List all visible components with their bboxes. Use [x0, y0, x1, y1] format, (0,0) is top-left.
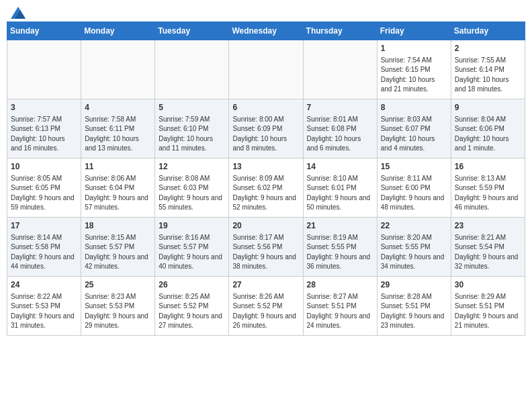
- calendar-cell: 1Sunrise: 7:54 AM Sunset: 6:15 PM Daylig…: [377, 40, 451, 99]
- calendar-day-header: Friday: [377, 22, 451, 40]
- day-number: 23: [455, 220, 521, 232]
- day-number: 1: [381, 43, 447, 54]
- day-number: 14: [307, 161, 373, 173]
- day-info: Sunrise: 7:57 AM Sunset: 6:13 PM Dayligh…: [11, 115, 77, 154]
- calendar-cell: 24Sunrise: 8:22 AM Sunset: 5:53 PM Dayli…: [7, 277, 81, 336]
- calendar-day-header: Thursday: [303, 22, 377, 40]
- day-number: 11: [85, 161, 151, 173]
- day-number: 20: [232, 220, 299, 232]
- day-info: Sunrise: 7:55 AM Sunset: 6:14 PM Dayligh…: [455, 56, 521, 95]
- calendar-day-header: Sunday: [7, 22, 81, 40]
- day-number: 24: [11, 279, 77, 291]
- day-info: Sunrise: 7:59 AM Sunset: 6:10 PM Dayligh…: [159, 115, 225, 154]
- day-number: 13: [232, 161, 299, 173]
- day-info: Sunrise: 8:22 AM Sunset: 5:53 PM Dayligh…: [11, 292, 77, 331]
- day-number: 15: [381, 161, 447, 173]
- day-info: Sunrise: 8:28 AM Sunset: 5:51 PM Dayligh…: [381, 292, 447, 331]
- calendar-cell: 19Sunrise: 8:16 AM Sunset: 5:57 PM Dayli…: [155, 218, 229, 277]
- calendar-cell: 7Sunrise: 8:01 AM Sunset: 6:08 PM Daylig…: [303, 99, 377, 158]
- day-info: Sunrise: 8:23 AM Sunset: 5:53 PM Dayligh…: [85, 292, 151, 331]
- day-number: 17: [11, 220, 77, 232]
- day-number: 16: [455, 161, 521, 173]
- day-info: Sunrise: 8:09 AM Sunset: 6:02 PM Dayligh…: [232, 174, 299, 213]
- day-number: 22: [381, 220, 447, 232]
- day-info: Sunrise: 8:20 AM Sunset: 5:55 PM Dayligh…: [381, 233, 447, 272]
- calendar-cell: [303, 40, 377, 99]
- calendar-cell: 14Sunrise: 8:10 AM Sunset: 6:01 PM Dayli…: [303, 158, 377, 218]
- day-number: 8: [381, 102, 447, 113]
- day-info: Sunrise: 8:27 AM Sunset: 5:51 PM Dayligh…: [307, 292, 373, 331]
- calendar-cell: [155, 40, 229, 99]
- day-number: 5: [159, 102, 225, 113]
- day-info: Sunrise: 8:06 AM Sunset: 6:04 PM Dayligh…: [85, 174, 151, 213]
- day-number: 19: [159, 220, 225, 232]
- calendar-cell: 26Sunrise: 8:25 AM Sunset: 5:52 PM Dayli…: [155, 277, 229, 336]
- day-number: 3: [11, 102, 77, 113]
- day-info: Sunrise: 8:10 AM Sunset: 6:01 PM Dayligh…: [307, 174, 373, 213]
- calendar-cell: 29Sunrise: 8:28 AM Sunset: 5:51 PM Dayli…: [377, 277, 451, 336]
- day-number: 9: [455, 102, 521, 113]
- day-info: Sunrise: 8:14 AM Sunset: 5:58 PM Dayligh…: [11, 233, 77, 272]
- calendar-day-header: Tuesday: [155, 22, 229, 40]
- day-info: Sunrise: 7:58 AM Sunset: 6:11 PM Dayligh…: [85, 115, 151, 154]
- calendar-cell: [229, 40, 303, 99]
- calendar-cell: 17Sunrise: 8:14 AM Sunset: 5:58 PM Dayli…: [7, 218, 81, 277]
- day-info: Sunrise: 8:15 AM Sunset: 5:57 PM Dayligh…: [85, 233, 151, 272]
- day-info: Sunrise: 8:25 AM Sunset: 5:52 PM Dayligh…: [159, 292, 225, 331]
- day-info: Sunrise: 8:03 AM Sunset: 6:07 PM Dayligh…: [381, 115, 447, 154]
- calendar-cell: 9Sunrise: 8:04 AM Sunset: 6:06 PM Daylig…: [451, 99, 525, 158]
- day-number: 29: [381, 279, 447, 291]
- day-info: Sunrise: 8:01 AM Sunset: 6:08 PM Dayligh…: [307, 115, 373, 154]
- calendar-cell: 3Sunrise: 7:57 AM Sunset: 6:13 PM Daylig…: [7, 99, 81, 158]
- calendar-cell: 8Sunrise: 8:03 AM Sunset: 6:07 PM Daylig…: [377, 99, 451, 158]
- logo: [9, 7, 26, 16]
- calendar-cell: 15Sunrise: 8:11 AM Sunset: 6:00 PM Dayli…: [377, 158, 451, 218]
- calendar-header: SundayMondayTuesdayWednesdayThursdayFrid…: [7, 22, 525, 40]
- day-info: Sunrise: 8:26 AM Sunset: 5:52 PM Dayligh…: [232, 292, 299, 331]
- day-info: Sunrise: 8:29 AM Sunset: 5:51 PM Dayligh…: [455, 292, 521, 331]
- calendar-cell: [81, 40, 155, 99]
- calendar-cell: 13Sunrise: 8:09 AM Sunset: 6:02 PM Dayli…: [229, 158, 303, 218]
- day-info: Sunrise: 8:19 AM Sunset: 5:55 PM Dayligh…: [307, 233, 373, 272]
- day-number: 7: [307, 102, 373, 113]
- calendar-day-header: Monday: [81, 22, 155, 40]
- day-number: 10: [11, 161, 77, 173]
- day-number: 4: [85, 102, 151, 113]
- calendar-cell: 16Sunrise: 8:13 AM Sunset: 5:59 PM Dayli…: [451, 158, 525, 218]
- calendar-cell: 27Sunrise: 8:26 AM Sunset: 5:52 PM Dayli…: [229, 277, 303, 336]
- day-info: Sunrise: 8:05 AM Sunset: 6:05 PM Dayligh…: [11, 174, 77, 213]
- day-info: Sunrise: 8:11 AM Sunset: 6:00 PM Dayligh…: [381, 174, 447, 213]
- day-info: Sunrise: 8:16 AM Sunset: 5:57 PM Dayligh…: [159, 233, 225, 272]
- calendar-cell: 25Sunrise: 8:23 AM Sunset: 5:53 PM Dayli…: [81, 277, 155, 336]
- calendar-cell: 4Sunrise: 7:58 AM Sunset: 6:11 PM Daylig…: [81, 99, 155, 158]
- day-number: 25: [85, 279, 151, 291]
- page-header: [7, 7, 525, 16]
- day-info: Sunrise: 8:13 AM Sunset: 5:59 PM Dayligh…: [455, 174, 521, 213]
- day-number: 27: [232, 279, 299, 291]
- calendar-cell: 22Sunrise: 8:20 AM Sunset: 5:55 PM Dayli…: [377, 218, 451, 277]
- day-number: 6: [232, 102, 299, 113]
- calendar-cell: 5Sunrise: 7:59 AM Sunset: 6:10 PM Daylig…: [155, 99, 229, 158]
- logo-icon: [11, 7, 26, 19]
- calendar-cell: 28Sunrise: 8:27 AM Sunset: 5:51 PM Dayli…: [303, 277, 377, 336]
- calendar-day-header: Saturday: [451, 22, 525, 40]
- day-number: 21: [307, 220, 373, 232]
- calendar-cell: 23Sunrise: 8:21 AM Sunset: 5:54 PM Dayli…: [451, 218, 525, 277]
- day-info: Sunrise: 8:21 AM Sunset: 5:54 PM Dayligh…: [455, 233, 521, 272]
- calendar-cell: 12Sunrise: 8:08 AM Sunset: 6:03 PM Dayli…: [155, 158, 229, 218]
- day-info: Sunrise: 7:54 AM Sunset: 6:15 PM Dayligh…: [381, 56, 447, 95]
- day-number: 2: [455, 43, 521, 54]
- calendar-cell: 18Sunrise: 8:15 AM Sunset: 5:57 PM Dayli…: [81, 218, 155, 277]
- day-info: Sunrise: 8:04 AM Sunset: 6:06 PM Dayligh…: [455, 115, 521, 154]
- day-info: Sunrise: 8:17 AM Sunset: 5:56 PM Dayligh…: [232, 233, 299, 272]
- calendar-cell: 2Sunrise: 7:55 AM Sunset: 6:14 PM Daylig…: [451, 40, 525, 99]
- calendar-table: SundayMondayTuesdayWednesdayThursdayFrid…: [7, 21, 525, 336]
- calendar-cell: 6Sunrise: 8:00 AM Sunset: 6:09 PM Daylig…: [229, 99, 303, 158]
- calendar-day-header: Wednesday: [229, 22, 303, 40]
- calendar-cell: 21Sunrise: 8:19 AM Sunset: 5:55 PM Dayli…: [303, 218, 377, 277]
- calendar-cell: [7, 40, 81, 99]
- day-number: 28: [307, 279, 373, 291]
- day-number: 26: [159, 279, 225, 291]
- day-number: 12: [159, 161, 225, 173]
- day-number: 30: [455, 279, 521, 291]
